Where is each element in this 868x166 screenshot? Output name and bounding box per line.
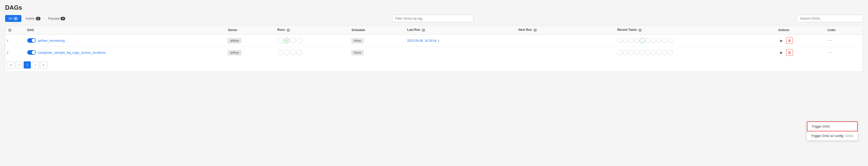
row1-lastrun-text[interactable]: 2022-09-08, 16:26:04 — [407, 39, 437, 42]
row2-run-circle-4[interactable] — [297, 49, 302, 55]
lastrun-info-icon[interactable]: i — [422, 29, 425, 32]
row2-task-c10 — [668, 50, 673, 55]
col-schedule-header: Schedule — [349, 26, 405, 35]
task-c7 — [651, 38, 656, 43]
row1-toggle[interactable] — [27, 38, 36, 43]
row2-run-circle-2[interactable] — [284, 49, 289, 55]
row2-task-c2 — [623, 50, 628, 55]
row2-links-cell: ··· — [826, 46, 863, 59]
nextrun-info-icon[interactable]: i — [533, 29, 537, 32]
row1-actions: ▶ 🗑 — [778, 37, 824, 44]
table-header-row: i DAG Owner Runs i Schedule — [5, 26, 863, 35]
row1-lastrun-info[interactable]: i — [438, 39, 439, 42]
tab-group: All 2 Active 2 Paused 0 — [5, 15, 68, 22]
pagination-first[interactable]: « — [7, 61, 14, 68]
tab-active-label: Active — [26, 16, 35, 20]
dags-table-container: i DAG Owner Runs i Schedule — [5, 25, 863, 72]
row1-play-button[interactable]: ▶ — [778, 37, 785, 44]
play-icon: ▶ — [780, 39, 783, 42]
row1-actions-cell: ▶ 🗑 — [776, 35, 826, 46]
tab-paused[interactable]: Paused 0 — [45, 15, 68, 22]
toolbar: All 2 Active 2 Paused 0 — [5, 15, 863, 22]
row2-schedule-cell: None — [349, 46, 405, 59]
run-circle-2[interactable]: 2 — [284, 38, 289, 43]
row2-play-button[interactable]: ▶ — [778, 49, 785, 56]
task-c4 — [634, 38, 639, 43]
row2-lastrun-cell — [405, 46, 517, 59]
tab-active[interactable]: Active 2 — [22, 15, 44, 22]
task-c8 — [656, 38, 661, 43]
row2-info-icon[interactable]: i — [7, 51, 8, 55]
task-c2 — [623, 38, 628, 43]
row1-more-button[interactable]: ··· — [828, 38, 832, 43]
pagination-next[interactable]: › — [32, 61, 39, 68]
tab-all-badge: 2 — [13, 17, 18, 20]
table-row: i airflow_monitoring airflow — [5, 35, 863, 46]
pagination-prev[interactable]: ‹ — [16, 61, 23, 68]
table-row: i composer_sample_bq_copy_across_locatio… — [5, 46, 863, 59]
row1-run-circles: 2 — [277, 38, 347, 43]
row1-recenttasks-cell — [615, 35, 776, 46]
tab-all-label: All — [8, 16, 12, 20]
pagination-last[interactable]: » — [40, 61, 47, 68]
recenttasks-info-icon[interactable]: i — [639, 29, 642, 32]
delete-icon: 🗑 — [788, 39, 791, 42]
row2-info-cell: i — [5, 46, 25, 59]
col-recenttasks-header: Recent Tasks i — [615, 26, 776, 35]
dropdown-item-trigger-dag-config: Trigger DAG w/ config DAGs — [807, 131, 858, 140]
task-c9 — [662, 38, 667, 43]
page-container: DAGs All 2 Active 2 Paused 0 — [0, 0, 868, 166]
row2-run-circle-3[interactable] — [290, 49, 296, 55]
row2-run-circles — [277, 49, 347, 55]
page-title: DAGs — [5, 4, 863, 11]
run-circle-3[interactable] — [290, 38, 296, 43]
pagination: « ‹ 1 › » — [5, 58, 863, 71]
row2-task-c4 — [634, 50, 639, 55]
pagination-current[interactable]: 1 — [24, 61, 31, 68]
col-owner-header: Owner — [226, 26, 275, 35]
col-info-icon[interactable]: i — [8, 29, 11, 32]
row2-delete-button[interactable]: 🗑 — [786, 49, 793, 56]
col-runs-header: Runs i — [275, 26, 349, 35]
run-circle-4[interactable] — [297, 38, 302, 43]
row2-run-circle-1[interactable] — [277, 49, 283, 55]
row2-dag-cell: composer_sample_bq_copy_across_locations — [25, 46, 226, 59]
row2-task-c7 — [651, 50, 656, 55]
tab-active-badge: 2 — [36, 17, 40, 20]
row1-schedule-cell: None — [349, 35, 405, 46]
task-c6 — [645, 38, 650, 43]
row1-info-cell: i — [5, 35, 25, 46]
task-c10 — [668, 38, 673, 43]
row2-actions: ▶ 🗑 — [778, 49, 824, 56]
filter-input[interactable] — [392, 15, 473, 22]
col-nextrun-header: Next Run i — [517, 26, 616, 35]
row1-lastrun-cell: 2022-09-08, 16:26:04 i — [405, 35, 517, 46]
tab-all[interactable]: All 2 — [5, 15, 21, 22]
row2-task-c8 — [656, 50, 661, 55]
row2-actions-cell: ▶ 🗑 — [776, 46, 826, 59]
row1-info-icon[interactable]: i — [7, 39, 8, 42]
row2-recenttasks-cell — [615, 46, 776, 59]
dropdown-item-trigger-dag[interactable]: Trigger DAG — [807, 122, 858, 131]
task-c5 — [640, 38, 645, 43]
col-info-header: i — [5, 26, 25, 35]
row1-dag-cell: airflow_monitoring — [25, 35, 226, 46]
row2-more-button[interactable]: ··· — [828, 50, 832, 55]
context-dropdown-menu: Trigger DAG Trigger DAG w/ config DAGs — [807, 121, 858, 140]
row2-toggle[interactable] — [27, 50, 36, 55]
dags-table: i DAG Owner Runs i Schedule — [5, 26, 863, 58]
col-links-header: Links — [826, 26, 863, 35]
run-circle-1[interactable] — [277, 38, 283, 43]
row1-delete-button[interactable]: 🗑 — [786, 37, 793, 44]
search-input[interactable] — [797, 15, 863, 22]
row1-links-cell: ··· — [826, 35, 863, 46]
task-c1 — [617, 38, 622, 43]
row1-recent-tasks — [617, 38, 774, 43]
row1-runs-cell: 2 — [275, 35, 349, 46]
tab-paused-badge: 0 — [61, 17, 65, 20]
runs-info-icon[interactable]: i — [287, 29, 290, 32]
row2-owner-cell: airflow — [226, 46, 275, 59]
row1-dag-link[interactable]: airflow_monitoring — [38, 39, 65, 42]
row2-task-c3 — [628, 50, 633, 55]
row2-dag-link[interactable]: composer_sample_bq_copy_across_locations — [38, 51, 106, 55]
